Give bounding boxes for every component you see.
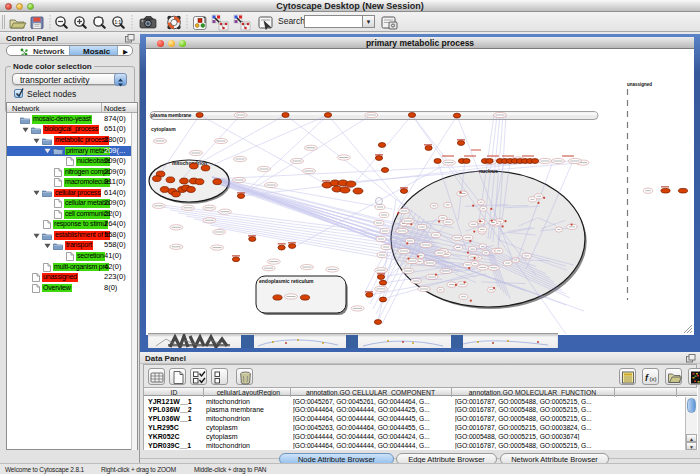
svg-text:unassigned: unassigned — [627, 82, 652, 87]
svg-text:cytoplasm: cytoplasm — [151, 126, 176, 132]
svg-text:plasma membrane: plasma membrane — [151, 113, 192, 118]
svg-text:1:1: 1:1 — [115, 20, 122, 25]
svg-text:endoplasmic reticulum: endoplasmic reticulum — [259, 278, 314, 284]
svg-text:f: f — [645, 373, 649, 383]
svg-text:(x): (x) — [650, 376, 657, 382]
